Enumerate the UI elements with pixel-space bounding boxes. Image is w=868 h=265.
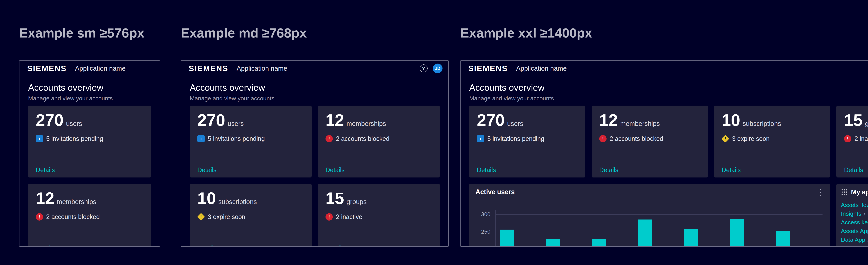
my-apps-card: My apps ⋮ Assets flow› Insights› Access … bbox=[836, 184, 868, 246]
status-badge: ! 2 accounts blocked bbox=[326, 135, 432, 142]
details-link-groups[interactable]: Details bbox=[326, 244, 345, 246]
badge-text: 5 invitations pending bbox=[208, 135, 265, 142]
page-subtitle: Manage and view your accounts. bbox=[469, 95, 868, 102]
chart-ytick-label: 300 bbox=[469, 211, 490, 218]
siemens-logo: SIEMENS bbox=[27, 64, 67, 73]
warning-icon: ! bbox=[197, 213, 205, 220]
app-link-access-key[interactable]: Access key› bbox=[841, 219, 868, 226]
kpi-value: 270 bbox=[36, 112, 64, 128]
details-link-memberships[interactable]: Details bbox=[36, 244, 55, 246]
kpi-memberships: 12 memberships bbox=[326, 112, 432, 128]
warning-glyph: ! bbox=[724, 136, 726, 142]
user-avatar-button[interactable]: JD bbox=[433, 64, 442, 73]
kpi-unit: subscriptions bbox=[743, 120, 781, 127]
page-body: Accounts overview Manage and view your a… bbox=[461, 77, 868, 246]
app-link-label: Data App bbox=[841, 237, 865, 243]
chart-bar bbox=[500, 230, 514, 246]
chart-plot: 300250 bbox=[469, 184, 830, 246]
details-link-users[interactable]: Details bbox=[197, 166, 216, 174]
kpi-unit: groups bbox=[346, 198, 367, 206]
page-subtitle: Manage and view your accounts. bbox=[28, 95, 151, 102]
kpi-unit: subscriptions bbox=[218, 198, 257, 206]
kpi-card-users: 270 users i 5 invitations pending Detail… bbox=[28, 106, 151, 177]
details-link-users[interactable]: Details bbox=[477, 166, 496, 174]
app-link-data-app[interactable]: Data App› bbox=[841, 237, 868, 243]
badge-text: 2 accounts blocked bbox=[46, 213, 100, 220]
error-icon: ! bbox=[36, 213, 43, 220]
kpi-unit: groups bbox=[865, 120, 868, 127]
kpi-card-subscriptions: 10 subscriptions ! 3 expire soon Details bbox=[190, 184, 312, 246]
status-badge: i 5 invitations pending bbox=[197, 135, 304, 142]
kpi-value: 10 bbox=[722, 112, 740, 128]
my-apps-header: My apps ⋮ bbox=[841, 188, 868, 196]
kpi-users: 270 users bbox=[477, 112, 578, 128]
details-link-groups[interactable]: Details bbox=[844, 166, 863, 174]
help-button[interactable]: ? bbox=[420, 64, 428, 72]
app-window-xxl: SIEMENS Application name ? JD Accounts o… bbox=[460, 60, 868, 246]
chart-gridline bbox=[495, 214, 823, 215]
status-badge: ! 2 inactive bbox=[326, 213, 432, 220]
kpi-value: 12 bbox=[599, 112, 618, 128]
kpi-value: 12 bbox=[36, 190, 54, 207]
kpi-card-grid: 270 users i 5 invitations pending Detail… bbox=[28, 106, 151, 246]
page-body: Accounts overview Manage and view your a… bbox=[20, 77, 160, 246]
kpi-memberships: 12 memberships bbox=[599, 112, 700, 128]
example-xxl: Example xxl ≥1400px SIEMENS Application … bbox=[460, 26, 868, 246]
application-name: Application name bbox=[75, 65, 126, 72]
details-link-subscriptions[interactable]: Details bbox=[197, 244, 216, 246]
page-body: Accounts overview Manage and view your a… bbox=[181, 77, 448, 246]
app-window-md: SIEMENS Application name ? JD Accounts o… bbox=[181, 60, 449, 246]
design-examples-canvas: Example sm ≥576px SIEMENS Application na… bbox=[0, 0, 868, 265]
status-badge: ! 2 inactive bbox=[844, 135, 868, 142]
app-link-label: Assets flow bbox=[841, 202, 868, 208]
kpi-card-users: 270 users i 5 invitations pending Detail… bbox=[190, 106, 312, 177]
kpi-card-grid: 270 users i 5 invitations pending Detail… bbox=[190, 106, 440, 246]
status-badge: ! 2 accounts blocked bbox=[599, 135, 700, 142]
error-glyph: ! bbox=[329, 214, 330, 220]
chart-bar bbox=[546, 239, 560, 246]
info-icon: i bbox=[477, 135, 484, 142]
error-icon: ! bbox=[326, 135, 333, 142]
app-link-insights[interactable]: Insights› bbox=[841, 210, 868, 217]
page-title: Accounts overview bbox=[190, 82, 440, 93]
error-icon: ! bbox=[599, 135, 607, 142]
badge-text: 5 invitations pending bbox=[487, 135, 544, 142]
chart-bar bbox=[638, 219, 652, 246]
kpi-unit: users bbox=[227, 120, 244, 127]
kpi-users: 270 users bbox=[197, 112, 304, 128]
siemens-logo: SIEMENS bbox=[468, 64, 508, 73]
header-actions: ? JD bbox=[420, 64, 442, 73]
badge-text: 2 accounts blocked bbox=[610, 135, 663, 142]
chart-bar bbox=[776, 231, 790, 246]
kpi-card-memberships: 12 memberships ! 2 accounts blocked Deta… bbox=[28, 184, 151, 246]
details-link-memberships[interactable]: Details bbox=[326, 166, 345, 174]
app-link-label: Insights bbox=[841, 210, 861, 217]
badge-text: 5 invitations pending bbox=[46, 135, 103, 142]
app-header: SIEMENS Application name ? JD bbox=[461, 61, 868, 77]
example-md: Example md ≥768px SIEMENS Application na… bbox=[181, 26, 449, 246]
chart-y-axis bbox=[495, 210, 496, 246]
kpi-subscriptions: 10 subscriptions bbox=[197, 190, 304, 207]
app-link-label: Access key bbox=[841, 219, 868, 226]
details-link-subscriptions[interactable]: Details bbox=[722, 166, 741, 174]
example-heading-xxl: Example xxl ≥1400px bbox=[460, 26, 868, 40]
app-link-assets-app[interactable]: Assets App› bbox=[841, 228, 868, 234]
kpi-card-memberships: 12 memberships ! 2 accounts blocked Deta… bbox=[318, 106, 440, 177]
badge-text: 2 inactive bbox=[855, 135, 868, 142]
application-name: Application name bbox=[237, 65, 287, 72]
error-icon: ! bbox=[326, 213, 333, 220]
info-icon: i bbox=[197, 135, 205, 142]
badge-text: 2 accounts blocked bbox=[336, 135, 390, 142]
kpi-unit: memberships bbox=[57, 198, 96, 206]
kpi-value: 270 bbox=[477, 112, 505, 128]
chevron-right-icon: › bbox=[863, 211, 866, 216]
my-apps-title: My apps bbox=[851, 188, 868, 196]
app-link-assets-flow[interactable]: Assets flow› bbox=[841, 202, 868, 208]
example-heading-sm: Example sm ≥576px bbox=[19, 26, 160, 40]
details-link-memberships[interactable]: Details bbox=[599, 166, 618, 174]
details-link-users[interactable]: Details bbox=[36, 166, 55, 174]
kpi-card-grid: 270 users i 5 invitations pending Detail… bbox=[469, 106, 868, 246]
active-users-chart-card: Active users ⋮ 300250 bbox=[469, 184, 830, 246]
kpi-card-groups: 15 groups ! 2 inactive Details bbox=[836, 106, 868, 177]
status-badge: ! 2 accounts blocked bbox=[36, 213, 144, 220]
